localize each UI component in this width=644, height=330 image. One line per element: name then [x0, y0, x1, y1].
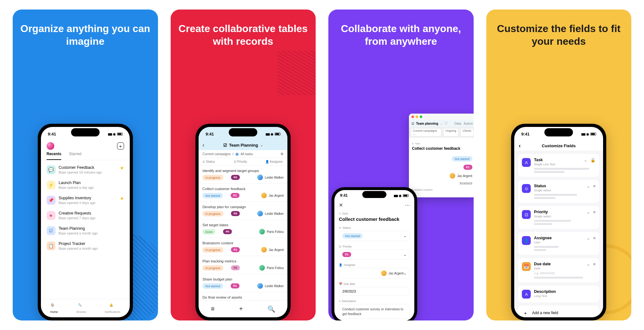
table-row[interactable]: Brainstorm content In progress P1 Jac Ar…	[199, 238, 287, 256]
close-icon[interactable]: ✕	[339, 202, 343, 208]
drag-handle-icon[interactable]: ≡	[593, 184, 596, 188]
chevron-down-icon[interactable]: ⌄	[584, 158, 587, 162]
panel-headline: Customize the fields to fit your needs	[486, 22, 632, 48]
calendar-icon: 📅	[339, 282, 342, 286]
chevron-down-icon[interactable]: ⌄	[260, 143, 263, 147]
priority-icon: ⊡	[339, 245, 341, 248]
table-row[interactable]: Do final review of assets	[199, 292, 287, 300]
row-title: Brainstorm content	[202, 241, 284, 245]
description-textarea[interactable]: Conduct customer survey or interviews to…	[339, 304, 410, 319]
subtab-clients[interactable]: Clients	[460, 128, 474, 136]
table-row[interactable]: Set target dates Done P0 Paris Fotiou	[199, 220, 287, 238]
field-card[interactable]: A Description Long Text	[518, 286, 599, 302]
priority-pill: P1	[231, 193, 240, 198]
drag-handle-icon[interactable]: ≡	[593, 210, 596, 214]
field-subtitle: Date	[534, 267, 595, 270]
item-subtitle: Base opened a day ago	[59, 186, 94, 189]
crumb-current[interactable]: Current campaigns	[202, 152, 231, 156]
star-icon[interactable]: ★	[120, 165, 124, 170]
chevron-down-icon[interactable]: ⌄	[587, 210, 590, 214]
tab-automations[interactable]: Autom	[464, 122, 473, 125]
traffic-close-icon[interactable]	[411, 116, 414, 118]
table-row[interactable]: Develop plan for campaign In progress P0…	[199, 202, 287, 220]
add-icon[interactable]: +	[239, 305, 243, 313]
add-field-button[interactable]: +Add a new field	[518, 306, 599, 317]
chevron-down-icon[interactable]: ⌄	[587, 184, 590, 188]
plus-icon: +	[522, 309, 529, 316]
fields-list: A Task Single Line Text ⌄ 🔒 ⊙ Status Sin…	[514, 151, 603, 317]
list-item[interactable]: ★ Creative Requests Base opened 7 days a…	[44, 208, 127, 223]
list-item[interactable]: 💬 Customer Feedback Base opened 10 minut…	[44, 162, 127, 177]
search-icon[interactable]: 🔍	[267, 305, 275, 313]
row-title: Share budget plan	[202, 277, 284, 281]
item-title: Creative Requests	[59, 211, 95, 215]
table-rows: Identify and segment target groups In pr…	[199, 166, 287, 300]
subtab-current[interactable]: Current campaigns ⌄	[411, 128, 441, 136]
base-icon: 📋	[47, 241, 56, 250]
col-assignee: 👤 Assignee	[265, 160, 284, 163]
field-card[interactable]: 👤 Assignee User ⌄ ≡	[518, 232, 599, 255]
dynamic-island	[362, 191, 386, 198]
item-subtitle: Base opened 7 days ago	[59, 216, 95, 220]
field-subtitle: Single Line Text	[534, 162, 595, 166]
field-subtitle: Long Text	[534, 294, 556, 298]
field-card[interactable]: A Task Single Line Text ⌄ 🔒	[518, 154, 599, 177]
field-card[interactable]: ⊡ Priority Single select ⌄ ≡	[518, 206, 599, 229]
list-item[interactable]: 📌 Supplies Inventory Base opened 4 days …	[44, 193, 127, 208]
traffic-max-icon[interactable]	[420, 116, 422, 118]
table-row[interactable]: Plan tracking metrics In progress P2 Par…	[199, 256, 287, 274]
table-row[interactable]: Share budget plan Not started P1 Leslie …	[199, 274, 287, 292]
duedate-input[interactable]: 2/8/2023	[339, 287, 410, 296]
status-select[interactable]: Not started⌄	[339, 231, 410, 241]
promo-panel-tables: Create collaborative tables with records…	[171, 10, 316, 320]
text-icon: A	[339, 212, 341, 215]
status-pill: Done	[202, 229, 215, 234]
list-item[interactable]: 📋 Project Tracker Base opened a month ag…	[44, 238, 127, 254]
base-icon: ☑	[47, 226, 56, 235]
crumb-view[interactable]: All tasks	[240, 152, 253, 156]
settings-icon[interactable]: ⚙	[280, 152, 284, 156]
nav-home[interactable]: 🏠Home	[50, 303, 58, 314]
more-icon[interactable]: ⋯	[405, 202, 410, 208]
phone-mockup: 9:41 ✕ ⋯ ATask Collect customer feedback…	[332, 187, 417, 320]
back-icon[interactable]: ‹	[202, 142, 204, 148]
chevron-down-icon[interactable]: ⌄	[587, 262, 590, 267]
phone-mockup: 9:41 + Recents Starred 💬 Customer Feedba…	[38, 124, 133, 320]
tab-starred[interactable]: Starred	[69, 152, 81, 160]
col-priority: ⊡ Priority	[234, 160, 253, 163]
assignee: Paris Fotiou	[259, 265, 284, 271]
traffic-min-icon[interactable]	[416, 116, 418, 118]
field-card[interactable]: ⊙ Status Single select ⌄ ≡	[518, 180, 599, 203]
field-card[interactable]: 📅 Due date Date e.g. 03/01/2023 ⌄ ≡	[518, 258, 599, 282]
add-button[interactable]: +	[117, 142, 124, 149]
drag-handle-icon[interactable]: ≡	[593, 262, 596, 267]
tab-recents[interactable]: Recents	[47, 152, 62, 160]
header-title: Customize Fields	[542, 143, 576, 148]
chevron-down-icon[interactable]: ⌄	[440, 122, 443, 125]
priority-select[interactable]: P1⌄	[339, 249, 410, 260]
back-icon[interactable]: ‹	[519, 142, 521, 149]
item-subtitle: Base opened a month ago	[59, 247, 98, 250]
list-item[interactable]: ☑ Team Planning Base opened a month ago	[44, 223, 127, 238]
drag-handle-icon[interactable]: ≡	[593, 236, 596, 241]
tab-data[interactable]: Data	[454, 122, 461, 125]
star-icon[interactable]: ★	[120, 196, 124, 201]
chevron-down-icon[interactable]: ⌄	[587, 236, 590, 241]
subtab-ongoing[interactable]: Ongoing	[443, 128, 458, 136]
list-item[interactable]: ⚡ Launch Plan Base opened a day ago	[44, 177, 127, 193]
user-avatar[interactable]	[47, 142, 54, 150]
avatar-icon	[257, 283, 263, 289]
assignee-select[interactable]: Jac Argent⌄	[339, 268, 410, 279]
row-title: Identify and segment target groups	[202, 169, 284, 173]
nav-browse[interactable]: 🔍Browse	[76, 303, 86, 314]
nav-notifications[interactable]: 🔔Notifications	[105, 303, 120, 314]
avatar-icon	[261, 193, 267, 198]
table-row[interactable]: Identify and segment target groups In pr…	[199, 166, 287, 184]
table-row[interactable]: Collect customer feedback Not started P1…	[199, 184, 287, 202]
recents-list: 💬 Customer Feedback Base opened 10 minut…	[41, 160, 130, 299]
info-icon[interactable]: ⓘ	[444, 121, 448, 126]
row-title: Collect customer feedback	[202, 187, 284, 191]
menu-icon[interactable]: ≡	[211, 305, 215, 313]
status-pill: Not started	[452, 156, 472, 162]
customize-header: ‹ Customize Fields	[514, 141, 603, 151]
